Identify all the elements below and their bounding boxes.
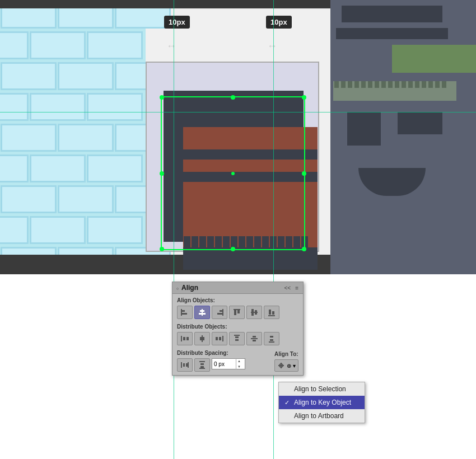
panel-title: Align xyxy=(181,284,198,292)
align-panel: ⬦ Align << ≡ Align Objects: xyxy=(172,282,304,376)
align-right-btn[interactable] xyxy=(212,306,227,319)
spacing-row: Distribute Spacing: 0 px ▲ ▼ xyxy=(177,350,298,372)
svg-rect-25 xyxy=(219,337,221,340)
dist-v-bottom-btn[interactable] xyxy=(264,332,279,345)
dist-space-h-btn[interactable] xyxy=(177,358,193,372)
svg-rect-36 xyxy=(181,362,182,368)
svg-rect-16 xyxy=(272,311,274,315)
rs-block1 xyxy=(347,112,381,146)
svg-rect-14 xyxy=(251,312,258,313)
guide-line-v1 xyxy=(174,0,174,274)
align-center-h-btn[interactable] xyxy=(194,306,210,319)
dropdown-item-align-selection[interactable]: Align to Selection xyxy=(279,382,365,396)
handle-bottom-left[interactable] xyxy=(160,247,164,251)
svg-rect-21 xyxy=(200,337,202,340)
svg-rect-39 xyxy=(188,362,189,368)
align-top-btn[interactable] xyxy=(229,306,245,319)
guide-line-h1 xyxy=(0,112,476,113)
panel-collapse-icon[interactable]: ⬦ xyxy=(176,285,179,291)
spin-down-btn[interactable]: ▼ xyxy=(236,364,242,369)
check-key-object: ✓ xyxy=(284,399,291,406)
measure-label-left: 10px xyxy=(164,16,190,29)
rs-green xyxy=(392,45,476,73)
svg-rect-6 xyxy=(220,310,222,312)
svg-rect-33 xyxy=(270,336,273,338)
spacing-input[interactable]: 0 px xyxy=(212,360,236,368)
svg-rect-23 xyxy=(202,335,203,342)
dist-v-center-btn[interactable] xyxy=(246,332,262,345)
svg-rect-26 xyxy=(222,336,223,341)
dropdown-item-align-artboard[interactable]: Align to Artboard xyxy=(279,409,365,423)
dist-h-left-btn[interactable] xyxy=(177,332,193,345)
rs-bowl xyxy=(358,168,426,196)
measure-arrow-right: ↔ xyxy=(267,40,277,52)
align-bottom-btn[interactable] xyxy=(264,306,279,319)
align-to-btn[interactable]: ⊕ ▾ xyxy=(274,359,298,372)
check-selection xyxy=(284,386,291,392)
svg-rect-22 xyxy=(203,337,204,340)
distribute-spacing-label: Distribute Spacing: xyxy=(177,350,245,356)
svg-rect-2 xyxy=(181,309,182,316)
object-dark xyxy=(164,91,304,242)
svg-rect-10 xyxy=(237,310,240,313)
svg-rect-18 xyxy=(181,336,182,341)
svg-rect-8 xyxy=(222,309,223,316)
align-to-section: Align To: ⊕ ▾ xyxy=(274,351,298,372)
dist-h-center-btn[interactable] xyxy=(194,332,210,345)
align-to-chevron: ▾ xyxy=(293,363,296,369)
svg-rect-9 xyxy=(234,310,236,315)
canvas-area: 10px 10px ↔ ↔ xyxy=(0,0,476,274)
svg-rect-31 xyxy=(253,340,256,341)
guide-line-v2 xyxy=(273,0,274,274)
canvas-card xyxy=(146,62,319,252)
dist-space-v-btn[interactable] xyxy=(194,358,210,372)
svg-rect-20 xyxy=(186,337,189,340)
align-objects-label: Align Objects: xyxy=(177,297,298,303)
panel-body: Align Objects: xyxy=(172,294,303,375)
rs-bar1 xyxy=(342,6,442,22)
svg-rect-15 xyxy=(269,310,271,315)
svg-rect-11 xyxy=(234,309,240,310)
svg-rect-37 xyxy=(183,363,185,367)
rs-bar2 xyxy=(336,28,448,39)
distribute-objects-label: Distribute Objects: xyxy=(177,324,298,330)
panel-header: ⬦ Align << ≡ xyxy=(172,282,303,294)
dropdown-label-artboard: Align to Artboard xyxy=(294,412,344,420)
dist-h-right-btn[interactable] xyxy=(212,332,227,345)
align-center-v-btn[interactable] xyxy=(246,306,262,319)
svg-rect-24 xyxy=(216,337,218,340)
dist-v-top-btn[interactable] xyxy=(229,332,245,345)
spin-up-btn[interactable]: ▲ xyxy=(236,358,242,364)
dropdown-item-align-key-object[interactable]: ✓ Align to Key Object xyxy=(279,396,365,409)
svg-rect-40 xyxy=(199,361,205,362)
align-to-value: ⊕ xyxy=(287,363,291,369)
align-left-btn[interactable] xyxy=(177,306,193,319)
svg-rect-1 xyxy=(181,313,187,315)
panel-shrink-btn[interactable]: << xyxy=(283,285,292,291)
svg-rect-30 xyxy=(253,336,256,338)
measure-arrow-left: ↔ xyxy=(166,40,176,52)
right-side-decoration xyxy=(330,0,476,274)
svg-rect-19 xyxy=(183,337,185,340)
brick-pattern xyxy=(0,0,146,274)
rs-block2 xyxy=(398,112,442,134)
spacing-input-wrap: 0 px ▲ ▼ xyxy=(212,358,245,369)
distribute-objects-row xyxy=(177,332,298,345)
align-objects-row xyxy=(177,306,298,319)
svg-rect-32 xyxy=(251,338,258,339)
svg-rect-34 xyxy=(270,339,273,341)
panel-menu-btn[interactable]: ≡ xyxy=(294,285,300,291)
svg-rect-41 xyxy=(200,363,204,365)
bg-tiles xyxy=(0,0,146,274)
align-to-label: Align To: xyxy=(274,351,298,357)
svg-rect-42 xyxy=(200,366,204,368)
svg-rect-27 xyxy=(234,335,240,336)
measure-label-right: 10px xyxy=(266,16,292,29)
svg-rect-28 xyxy=(235,336,239,338)
svg-rect-17 xyxy=(268,315,275,316)
dropdown-label-key-object: Align to Key Object xyxy=(294,399,351,406)
align-to-dropdown: Align to Selection ✓ Align to Key Object… xyxy=(278,382,365,423)
svg-rect-38 xyxy=(186,363,188,367)
svg-rect-43 xyxy=(199,368,205,369)
svg-rect-35 xyxy=(269,341,274,343)
